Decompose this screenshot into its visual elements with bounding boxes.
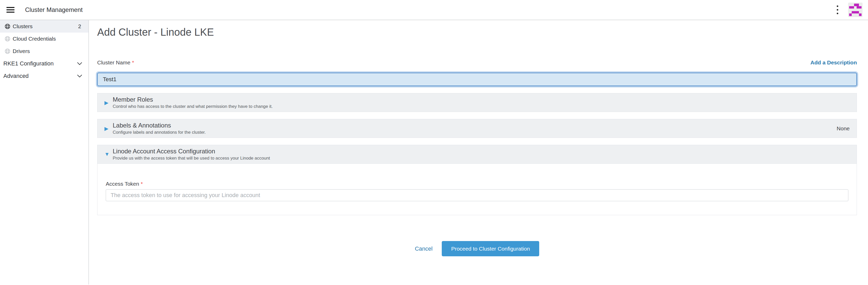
sidebar-item-drivers[interactable]: Drivers <box>0 45 88 57</box>
main-content: Add Cluster - Linode LKE Cluster Name* A… <box>89 20 868 284</box>
linode-access-accordion-header[interactable]: ▼ Linode Account Access Configuration Pr… <box>97 145 857 164</box>
labels-annotations-accordion-header[interactable]: ▶ Labels & Annotations Configure labels … <box>97 119 857 138</box>
cluster-name-label-row: Cluster Name* <box>97 59 134 66</box>
section-description: Provide us with the access token that wi… <box>113 155 270 161</box>
access-token-input[interactable] <box>106 189 848 201</box>
section-title: Labels & Annotations <box>113 122 206 129</box>
sidebar-group-advanced[interactable]: Advanced <box>0 70 88 82</box>
linode-access-panel: Access Token* <box>97 164 857 215</box>
cluster-name-label: Cluster Name <box>97 59 130 65</box>
access-token-label: Access Token <box>106 181 139 187</box>
section-title: Member Roles <box>113 96 273 103</box>
kebab-menu-icon[interactable] <box>833 3 842 17</box>
sidebar-group-label: Advanced <box>3 73 29 79</box>
sidebar: Clusters 2 Cloud Credentials Drivers RKE… <box>0 20 89 284</box>
sidebar-item-label: Clusters <box>13 23 33 29</box>
section-member-roles: ▶ Member Roles Control who has access to… <box>97 93 857 112</box>
caret-right-icon: ▶ <box>104 99 110 106</box>
cluster-name-input[interactable] <box>97 73 857 86</box>
avatar-logo[interactable] <box>848 3 863 17</box>
chevron-down-icon <box>77 75 82 78</box>
sidebar-item-clusters[interactable]: Clusters 2 <box>0 20 88 33</box>
sidebar-item-cloud-credentials[interactable]: Cloud Credentials <box>0 33 88 45</box>
cluster-count-badge: 2 <box>78 23 81 29</box>
sidebar-group-label: RKE1 Configuration <box>3 60 54 67</box>
globe-icon <box>5 36 10 41</box>
required-asterisk: * <box>132 59 134 65</box>
caret-down-icon: ▼ <box>104 151 110 157</box>
section-linode-access: ▼ Linode Account Access Configuration Pr… <box>97 145 857 215</box>
globe-icon <box>5 48 10 54</box>
section-labels-annotations: ▶ Labels & Annotations Configure labels … <box>97 119 857 138</box>
sidebar-item-label: Drivers <box>13 48 30 54</box>
cancel-button[interactable]: Cancel <box>415 246 432 252</box>
section-description: Configure labels and annotations for the… <box>113 130 206 135</box>
sidebar-group-rke1-configuration[interactable]: RKE1 Configuration <box>0 57 88 70</box>
access-token-label-row: Access Token* <box>106 181 848 187</box>
sidebar-item-label: Cloud Credentials <box>13 36 56 42</box>
labels-summary-value: None <box>837 125 850 132</box>
section-description: Control who has access to the cluster an… <box>113 104 273 109</box>
add-description-link[interactable]: Add a Description <box>810 59 857 66</box>
app-title: Cluster Management <box>25 6 83 13</box>
member-roles-accordion-header[interactable]: ▶ Member Roles Control who has access to… <box>97 93 857 112</box>
chevron-down-icon <box>77 62 82 65</box>
globe-icon <box>5 24 10 29</box>
required-asterisk: * <box>141 181 143 187</box>
caret-right-icon: ▶ <box>104 125 110 132</box>
page-title: Add Cluster - Linode LKE <box>97 26 857 38</box>
section-title: Linode Account Access Configuration <box>113 148 270 155</box>
top-bar: Cluster Management <box>0 0 868 20</box>
proceed-to-cluster-configuration-button[interactable]: Proceed to Cluster Configuration <box>442 241 539 256</box>
footer-actions: Cancel Proceed to Cluster Configuration <box>97 241 857 256</box>
hamburger-menu-icon[interactable] <box>6 7 14 13</box>
